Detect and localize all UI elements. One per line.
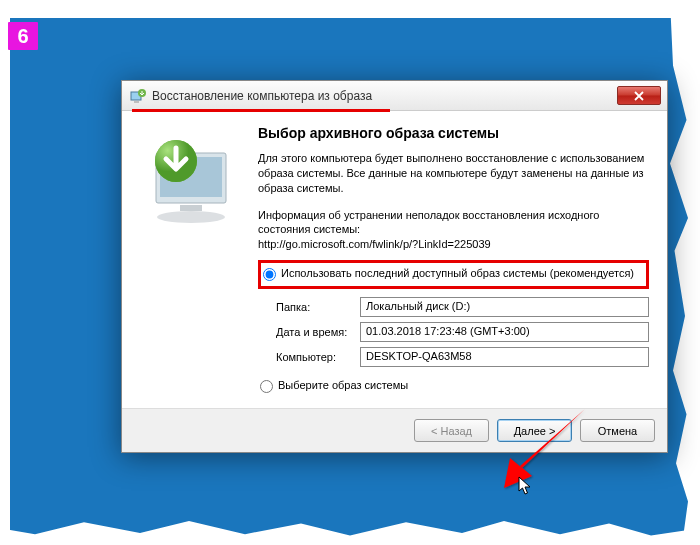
decorative-edge <box>0 0 700 18</box>
svg-rect-5 <box>180 205 202 211</box>
back-button: < Назад <box>414 419 489 442</box>
folder-value: Локальный диск (D:) <box>360 297 649 317</box>
radio-select-image[interactable]: Выберите образ системы <box>258 375 649 398</box>
datetime-value: 01.03.2018 17:23:48 (GMT+3:00) <box>360 322 649 342</box>
datetime-label: Дата и время: <box>276 326 360 338</box>
radio-use-latest[interactable]: Использовать последний доступный образ с… <box>258 260 649 289</box>
computer-value: DESKTOP-QA63M58 <box>360 347 649 367</box>
dialog-title: Восстановление компьютера из образа <box>152 89 617 103</box>
svg-rect-1 <box>134 101 139 103</box>
folder-label: Папка: <box>276 301 360 313</box>
wizard-image <box>140 125 258 398</box>
app-icon <box>130 88 146 104</box>
restore-dialog: Восстановление компьютера из образа Выбо… <box>121 80 668 453</box>
wizard-description: Для этого компьютера будет выполнено вос… <box>258 151 649 196</box>
titlebar: Восстановление компьютера из образа <box>122 81 667 111</box>
radio-use-latest-label: Использовать последний доступный образ с… <box>281 267 634 279</box>
decorative-edge <box>0 0 10 545</box>
close-button[interactable] <box>617 86 661 105</box>
radio-use-latest-input[interactable] <box>263 268 276 281</box>
step-number-badge: 6 <box>8 22 38 50</box>
cancel-button[interactable]: Отмена <box>580 419 655 442</box>
button-bar: < Назад Далее > Отмена <box>122 408 667 452</box>
svg-point-6 <box>157 211 225 223</box>
computer-label: Компьютер: <box>276 351 360 363</box>
radio-select-image-input[interactable] <box>260 380 273 393</box>
wizard-heading: Выбор архивного образа системы <box>258 125 649 141</box>
next-button[interactable]: Далее > <box>497 419 572 442</box>
decorative-underline <box>132 109 390 112</box>
close-icon <box>634 91 644 101</box>
radio-select-image-label: Выберите образ системы <box>278 379 408 391</box>
troubleshoot-link[interactable]: http://go.microsoft.com/fwlink/p/?LinkId… <box>258 238 491 250</box>
troubleshoot-text: Информация об устранении неполадок восст… <box>258 209 599 236</box>
